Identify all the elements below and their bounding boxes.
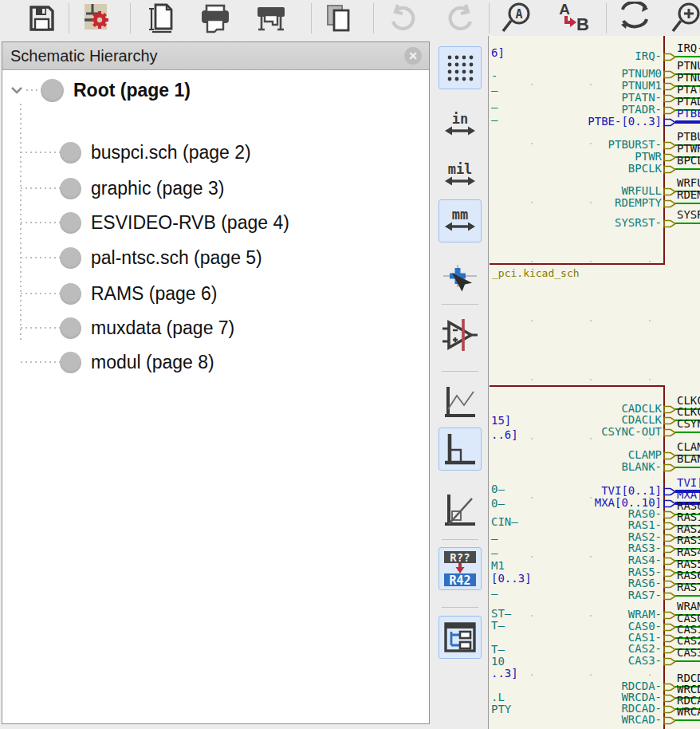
sheet-pin-label[interactable]: RAS3- bbox=[491, 542, 662, 554]
wire[interactable] bbox=[675, 595, 700, 597]
sheet-pin-icon[interactable] bbox=[663, 704, 676, 715]
tree-item[interactable]: muxdata (page 7) bbox=[60, 316, 234, 340]
net-label[interactable]: RAS6 bbox=[677, 569, 700, 581]
sheet-pin-label[interactable]: BLANK- bbox=[491, 460, 662, 473]
net-label[interactable]: RDEMPTY bbox=[677, 188, 700, 201]
sheet-pin-label[interactable]: BPCLK bbox=[491, 162, 662, 175]
clipped-label-fragment[interactable]: 10 bbox=[491, 655, 505, 668]
sheet-pin-icon[interactable] bbox=[663, 544, 676, 554]
close-icon[interactable]: ✕ bbox=[404, 47, 422, 65]
sheet-pin-icon[interactable] bbox=[663, 451, 676, 461]
schematic-setup-button[interactable] bbox=[78, 1, 113, 36]
net-label[interactable]: CLAMP bbox=[677, 440, 700, 453]
refresh-button[interactable] bbox=[617, 1, 652, 36]
net-label[interactable]: RAS4 bbox=[677, 546, 700, 558]
find-replace-button[interactable]: A B bbox=[556, 1, 592, 36]
sheet-pin-label[interactable]: RAS4- bbox=[491, 554, 662, 566]
wire[interactable] bbox=[675, 56, 700, 57]
clipped-label-fragment[interactable]: 6] bbox=[491, 46, 505, 59]
net-label[interactable]: PTBE-[0..3] bbox=[677, 107, 700, 120]
sheet-pin-label[interactable]: WRAM- bbox=[491, 608, 662, 621]
net-label[interactable]: CLKCDA bbox=[677, 405, 700, 418]
units-mm-button[interactable]: mm bbox=[438, 199, 482, 242]
sheet-pin-icon[interactable] bbox=[663, 579, 676, 589]
schematic-canvas[interactable]: _pci.kicad_sch IRQ-IRQ-PTNUM0PTNUM0PTNUM… bbox=[490, 36, 700, 729]
crosshair-cursor-button[interactable] bbox=[438, 261, 482, 304]
sheet-pin-icon[interactable] bbox=[663, 140, 676, 151]
chevron-down-icon[interactable] bbox=[9, 82, 25, 98]
sheet-pin-icon[interactable] bbox=[663, 487, 676, 497]
tree-item[interactable]: ESVIDEO-RVB (page 4) bbox=[60, 211, 289, 234]
net-label[interactable]: PTATN- bbox=[677, 83, 700, 96]
clipped-label-fragment[interactable]: ..3] bbox=[491, 667, 518, 680]
plot-button[interactable] bbox=[254, 1, 289, 36]
sheet-pin-icon[interactable] bbox=[663, 81, 676, 92]
sheet-pin-label[interactable]: RAS7- bbox=[491, 589, 662, 601]
net-label[interactable]: BPCLK- bbox=[677, 154, 700, 167]
clipped-label-fragment[interactable]: M1 bbox=[491, 559, 505, 572]
net-label[interactable]: WRAM bbox=[677, 600, 700, 613]
net-label[interactable]: CAS2 bbox=[677, 634, 700, 647]
clipped-label-fragment[interactable]: – bbox=[491, 532, 497, 545]
net-label[interactable]: CAS3 bbox=[677, 646, 700, 659]
redo-button[interactable] bbox=[443, 1, 478, 36]
tree-item[interactable]: modul (page 8) bbox=[60, 350, 214, 374]
sheet-pin-icon[interactable] bbox=[663, 219, 676, 229]
sheet-pin-icon[interactable] bbox=[663, 510, 676, 520]
find-button[interactable]: A bbox=[499, 1, 534, 36]
net-label[interactable]: PTWR- bbox=[677, 142, 700, 155]
sheet-pin-icon[interactable] bbox=[663, 556, 676, 566]
units-mils-button[interactable]: mil bbox=[438, 154, 482, 197]
page-settings-button[interactable] bbox=[144, 1, 179, 36]
sheet-pin-label[interactable]: SYSRST- bbox=[491, 216, 662, 229]
clipped-label-fragment[interactable]: .L bbox=[491, 691, 505, 703]
tree-item[interactable]: graphic (page 3) bbox=[60, 176, 225, 200]
sheet-pin-icon[interactable] bbox=[663, 682, 676, 692]
net-label[interactable]: SYSRST bbox=[677, 208, 700, 221]
net-label[interactable]: PTNUM0 bbox=[677, 59, 700, 72]
sheet-pin-icon[interactable] bbox=[663, 521, 676, 531]
sheet-pin-icon[interactable] bbox=[663, 117, 676, 128]
sheet-pin-icon[interactable] bbox=[663, 105, 676, 116]
sheet-pin-label[interactable]: PTADR- bbox=[491, 103, 662, 116]
net-label[interactable]: PTADR- bbox=[677, 95, 700, 108]
sheet-pin-icon[interactable] bbox=[663, 404, 676, 415]
clipped-label-fragment[interactable]: – bbox=[491, 100, 497, 113]
tree-item[interactable]: pal-ntsc.sch (page 5) bbox=[60, 246, 262, 270]
clipped-label-fragment[interactable]: – bbox=[491, 113, 497, 126]
net-label[interactable]: WRCAD bbox=[677, 705, 700, 718]
clipped-label-fragment[interactable]: PTY bbox=[491, 703, 511, 715]
sheet-pin-icon[interactable] bbox=[663, 610, 676, 621]
zoom-in-button[interactable] bbox=[668, 1, 700, 36]
sheet-pin-label[interactable]: TVI[0..1] bbox=[491, 484, 662, 497]
sheet-pin-icon[interactable] bbox=[663, 187, 676, 197]
sheet-pin-icon[interactable] bbox=[663, 164, 676, 175]
clipped-label-fragment[interactable]: ST– bbox=[491, 607, 511, 620]
sheet-pin-icon[interactable] bbox=[663, 656, 676, 667]
sheet-pin-icon[interactable] bbox=[663, 498, 676, 509]
units-inches-button[interactable]: in bbox=[438, 104, 482, 147]
bus-wire[interactable] bbox=[675, 120, 700, 124]
sheet-pin-icon[interactable] bbox=[663, 152, 676, 163]
net-label[interactable]: WRFULL bbox=[677, 176, 700, 189]
sheet-pin-label[interactable]: IRQ- bbox=[491, 49, 662, 62]
grid-dots-button[interactable] bbox=[438, 46, 482, 89]
hierarchy-navigator-button[interactable] bbox=[438, 616, 482, 659]
sheet-pin-icon[interactable] bbox=[663, 533, 676, 543]
wires-any-angle-button[interactable] bbox=[438, 380, 482, 424]
net-label[interactable]: BLANK bbox=[677, 452, 700, 465]
clipped-label-fragment[interactable]: T– bbox=[491, 643, 505, 656]
print-button[interactable] bbox=[198, 1, 233, 36]
sheet-pin-label[interactable]: PTATN- bbox=[491, 91, 662, 104]
sheet-pin-label[interactable]: PTBURST- bbox=[491, 138, 662, 151]
clipped-label-fragment[interactable]: 15] bbox=[491, 414, 511, 427]
clipped-label-fragment[interactable]: 0– bbox=[491, 483, 505, 495]
sheet-pin-label[interactable]: CAS2- bbox=[491, 642, 662, 655]
sheet-pin-label[interactable]: CAS3- bbox=[491, 654, 662, 667]
sheet-pin-icon[interactable] bbox=[663, 644, 676, 655]
sheet-pin-label[interactable]: PTNUM1 bbox=[491, 79, 662, 92]
sheet-pin-icon[interactable] bbox=[663, 622, 676, 632]
sheet-bottom-edge[interactable] bbox=[490, 263, 665, 265]
wire[interactable] bbox=[675, 223, 700, 224]
net-label[interactable]: RAS3 bbox=[677, 534, 700, 546]
